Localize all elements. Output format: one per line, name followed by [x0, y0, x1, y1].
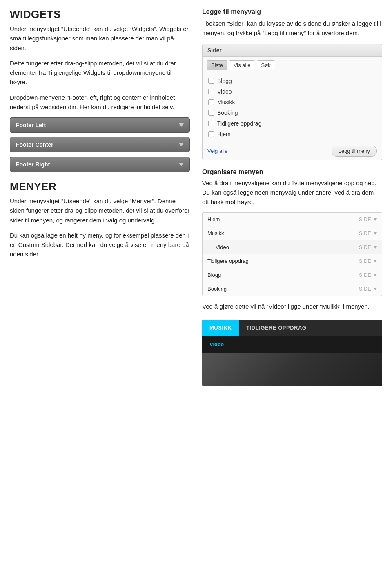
sider-tab-siste[interactable]: Siste — [207, 60, 227, 70]
legg-til-meny-button[interactable]: Legg til meny — [332, 146, 377, 157]
footer-right-button[interactable]: Footer Right — [10, 157, 190, 172]
hjem-side-badge: SIDE — [359, 217, 371, 222]
nav-preview-sub: Video — [202, 336, 382, 353]
musikk-checkbox[interactable] — [208, 99, 214, 105]
footer-center-arrow-icon — [179, 143, 184, 146]
sider-items-list: Blogg Video Musikk Booking Tidligere opp… — [203, 73, 382, 142]
nav-preview-tabs: MUSIKK TIDLIGERE OPPDRAG — [202, 320, 382, 336]
list-item: Booking — [207, 108, 378, 118]
footer-center-label: Footer Center — [16, 141, 53, 148]
list-item: Musikk — [207, 97, 378, 108]
list-item: Tidligere oppdrag — [207, 118, 378, 129]
org-para-2: Ved å gjøre dette vil nå “Video” ligge u… — [202, 302, 382, 311]
blogg-arrow-icon — [374, 274, 377, 276]
menu-video-right: SIDE — [359, 244, 377, 250]
footer-left-arrow-icon — [179, 123, 184, 127]
org-title: Organisere menyen — [202, 168, 382, 176]
menu-video-label: Video — [216, 244, 229, 250]
menu-items-list: Hjem SIDE Musikk SIDE Video — [202, 212, 382, 296]
right-column: Legge til menyvalg I boksen “Sider” kan … — [202, 8, 382, 386]
menyer-para-1: Under menyvalget “Utseende” kan du velge… — [10, 196, 190, 225]
table-row: Musikk SIDE — [203, 226, 382, 240]
footer-center-button[interactable]: Footer Center — [10, 137, 190, 152]
list-item: Video — [207, 86, 378, 97]
menu-musikk-right: SIDE — [359, 231, 377, 236]
nav-tab-musikk: MUSIKK — [202, 320, 239, 336]
footer-left-button[interactable]: Footer Left — [10, 117, 190, 133]
left-column: WIDGETS Under menyvalget “Utseende” kan … — [10, 8, 190, 386]
hjem-arrow-icon — [374, 218, 377, 221]
widgets-para-3: Dropdown-menyene “Footer-left, right og … — [10, 93, 190, 112]
tidligere-side-badge: SIDE — [359, 258, 371, 264]
video-side-badge: SIDE — [359, 244, 371, 250]
tidligere-checkbox[interactable] — [208, 121, 214, 126]
sider-tab-vis-alle[interactable]: Vis alle — [229, 60, 255, 70]
widgets-title: WIDGETS — [10, 8, 190, 21]
menu-hjem-right: SIDE — [359, 217, 377, 222]
video-label: Video — [217, 88, 232, 95]
table-row: Tidligere oppdrag SIDE — [203, 254, 382, 268]
tidligere-arrow-icon — [374, 260, 377, 262]
musikk-arrow-icon — [374, 232, 377, 235]
widgets-para-2: Dette fungerer etter dra-og-slipp metode… — [10, 58, 190, 87]
legge-til-para: I boksen “Sider” kan du krysse av de sid… — [202, 19, 382, 38]
footer-left-label: Footer Left — [16, 122, 46, 128]
menu-booking-right: SIDE — [359, 286, 377, 292]
booking-side-badge: SIDE — [359, 286, 371, 292]
velg-alle-link[interactable]: Velg alle — [207, 148, 227, 154]
menyer-section: MENYER Under menyvalget “Utseende” kan d… — [10, 180, 190, 259]
tidligere-label: Tidligere oppdrag — [217, 120, 261, 127]
table-row: Video SIDE — [203, 240, 382, 254]
footer-right-label: Footer Right — [16, 161, 50, 168]
menu-blogg-right: SIDE — [359, 272, 377, 278]
table-row: Blogg SIDE — [203, 268, 382, 282]
list-item: Hjem — [207, 129, 378, 139]
org-para-1: Ved å dra i menyvalgene kan du flytte me… — [202, 178, 382, 207]
booking-checkbox[interactable] — [208, 110, 214, 116]
table-row: Hjem SIDE — [203, 213, 382, 226]
nav-sub-video: Video — [209, 339, 375, 350]
nav-preview: MUSIKK TIDLIGERE OPPDRAG Video — [202, 320, 382, 386]
nav-tab-tidligere: TIDLIGERE OPPDRAG — [239, 320, 314, 336]
menu-tidligere-right: SIDE — [359, 258, 377, 264]
hjem-checkbox[interactable] — [208, 131, 214, 137]
menu-hjem-label: Hjem — [207, 216, 220, 222]
sider-box: Sider Siste Vis alle Søk Blogg Video Mus… — [202, 44, 382, 160]
menu-booking-label: Booking — [207, 286, 227, 292]
org-section: Organisere menyen Ved å dra i menyvalgen… — [202, 168, 382, 386]
table-row: Booking SIDE — [203, 282, 382, 296]
booking-arrow-icon — [374, 288, 377, 290]
footer-right-arrow-icon — [179, 163, 184, 166]
menyer-para-2: Du kan også lage en helt ny meny, og for… — [10, 231, 190, 259]
blogg-side-badge: SIDE — [359, 272, 371, 278]
musikk-side-badge: SIDE — [359, 231, 371, 236]
menyer-title: MENYER — [10, 180, 190, 193]
musikk-label: Musikk — [217, 99, 235, 105]
hjem-label: Hjem — [217, 131, 231, 137]
menu-tidligere-label: Tidligere oppdrag — [207, 258, 249, 264]
nav-preview-image — [202, 353, 382, 386]
sider-box-header: Sider — [203, 44, 382, 57]
blogg-label: Blogg — [217, 78, 232, 84]
menu-musikk-label: Musikk — [207, 230, 224, 236]
sider-tabs: Siste Vis alle Søk — [203, 57, 382, 73]
widgets-para-1: Under menyvalget “Utseende” kan du velge… — [10, 24, 190, 53]
menu-blogg-label: Blogg — [207, 272, 221, 278]
video-checkbox[interactable] — [208, 89, 214, 94]
legge-til-title: Legge til menyvalg — [202, 8, 382, 16]
video-arrow-icon — [374, 246, 377, 249]
sider-footer: Velg alle Legg til meny — [203, 142, 382, 160]
list-item: Blogg — [207, 76, 378, 86]
sider-tab-sok[interactable]: Søk — [257, 60, 275, 70]
blogg-checkbox[interactable] — [208, 78, 214, 84]
booking-label: Booking — [217, 110, 238, 116]
